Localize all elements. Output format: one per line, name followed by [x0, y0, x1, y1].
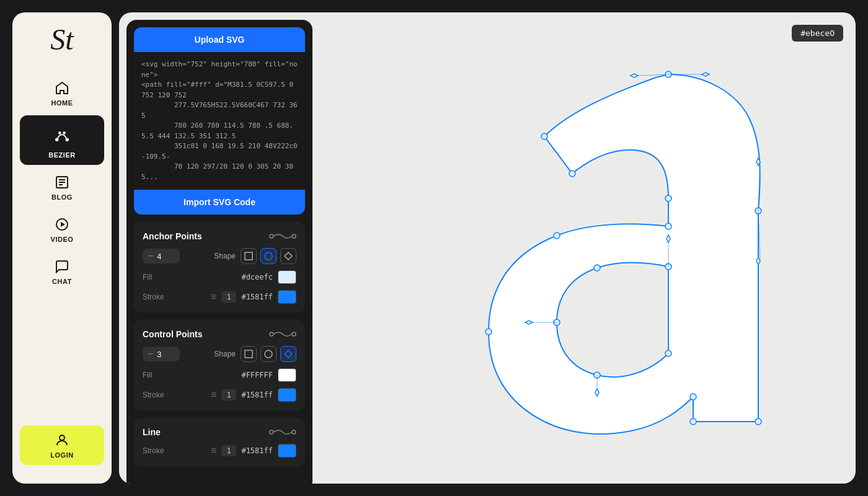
control-curve-icon: [269, 329, 296, 340]
anchor-fill-row: Fill #dceefc: [143, 270, 296, 284]
home-icon: [53, 79, 71, 97]
main-content: Upload SVG <svg width="752" height="780"…: [119, 12, 856, 484]
anchor-count: 4: [157, 252, 161, 261]
svg-point-19: [265, 350, 272, 358]
ctrl-pt-diamond-2: [631, 74, 638, 78]
nav-items: HOME BEZIER: [12, 73, 112, 425]
sidebar-item-chat-label: CHAT: [52, 278, 72, 285]
anchor-fill-hex: #dceefc: [241, 273, 273, 281]
anchor-fill-swatch[interactable]: [278, 270, 296, 284]
control-fill-swatch[interactable]: [278, 368, 296, 382]
svg-import-box: Upload SVG <svg width="752" height="780"…: [134, 27, 305, 215]
control-count: 3: [157, 350, 161, 359]
anchor-stroke-num: 1: [221, 291, 236, 303]
control-stroke-value: ≡ 1 #1581ff: [174, 388, 296, 402]
control-points-header: Control Points: [143, 329, 296, 340]
control-fill-row: Fill #FFFFFF: [143, 368, 296, 382]
anchor-pt-6: [485, 329, 492, 335]
line-stroke-swatch[interactable]: [278, 444, 296, 458]
anchor-pt-11: [541, 133, 547, 140]
control-shape-label: Shape: [214, 350, 236, 358]
sidebar-item-blog-label: BLOG: [51, 193, 73, 201]
ctrl-shape-diamond-btn[interactable]: [280, 346, 296, 362]
sidebar-item-video[interactable]: VIDEO: [20, 210, 104, 249]
svg-marker-20: [285, 350, 292, 358]
svg-point-14: [265, 252, 272, 260]
sidebar-item-home-label: HOME: [51, 99, 73, 107]
ctrl-shape-square-btn[interactable]: [241, 346, 257, 362]
sidebar-item-bezier[interactable]: BEZIER: [20, 115, 104, 165]
line-stroke-value: ≡ 1 #1581ff: [174, 444, 296, 458]
upload-svg-button[interactable]: Upload SVG: [134, 27, 305, 52]
svg-code-display: <svg width="752" height="780" fill="none…: [134, 52, 305, 190]
svg-point-0: [56, 139, 58, 141]
stroke-lines-icon: ≡: [211, 291, 216, 303]
left-panel: Upload SVG <svg width="752" height="780"…: [126, 20, 312, 484]
anchor-shape-label: Shape: [214, 252, 236, 260]
anchor-pt-8: [665, 223, 671, 229]
anchor-pt-16: [665, 350, 671, 356]
import-svg-button[interactable]: Import SVG Code: [134, 190, 305, 215]
user-icon: [53, 432, 71, 449]
anchor-shape-options: [241, 248, 296, 264]
svg-point-12: [292, 234, 296, 238]
shape-square-btn[interactable]: [241, 248, 257, 264]
svg-point-21: [270, 430, 273, 434]
line-header: Line: [143, 427, 296, 438]
ctrl-shape-circle-btn[interactable]: [260, 346, 277, 362]
control-stroke-label: Stroke: [143, 391, 174, 399]
ctrl-pt-diamond-1: [702, 73, 709, 76]
anchor-pt-10: [569, 170, 575, 177]
video-icon: [53, 216, 71, 233]
control-stroke-swatch[interactable]: [278, 388, 296, 402]
anchor-stroke-row: Stroke ≡ 1 #1581ff: [143, 290, 296, 304]
control-stroke-hex: #1581ff: [241, 391, 273, 399]
control-fill-label: Fill: [143, 371, 174, 379]
anchor-minus-btn[interactable]: −: [148, 251, 153, 261]
login-label: LOGIN: [50, 451, 74, 459]
svg-marker-15: [285, 252, 292, 260]
anchor-icon-group: [269, 231, 296, 242]
sidebar-item-home[interactable]: HOME: [20, 73, 104, 113]
line-stroke-row: Stroke ≡ 1 #1581ff: [143, 444, 296, 458]
control-minus-btn[interactable]: −: [148, 349, 153, 359]
control-points-title: Control Points: [143, 329, 202, 339]
svg-point-22: [292, 430, 296, 434]
anchor-stroke-value: ≡ 1 #1581ff: [174, 290, 296, 304]
line-title: Line: [143, 427, 161, 437]
bezier-canvas[interactable]: [402, 37, 774, 459]
shape-circle-btn[interactable]: [260, 248, 277, 264]
line-curve-icon: [269, 427, 296, 438]
anchor-count-row: − 4 Shape: [143, 248, 296, 264]
anchor-points-title: Anchor Points: [143, 231, 202, 241]
anchor-pt-9: [665, 195, 671, 202]
anchor-count-box: − 4: [143, 249, 180, 264]
svg-point-11: [270, 234, 273, 238]
line-stroke-label: Stroke: [143, 446, 174, 455]
color-indicator: #ebeceO: [792, 25, 843, 42]
svg-point-10: [60, 435, 64, 440]
shape-diamond-btn[interactable]: [280, 248, 296, 264]
anchor-fill-label: Fill: [143, 273, 174, 281]
line-icon-group: [269, 427, 296, 438]
svg-marker-9: [61, 222, 65, 227]
control-points-panel: Control Points − 3 Shape: [134, 320, 305, 410]
anchor-pt-5: [690, 394, 696, 400]
sidebar-item-video-label: VIDEO: [51, 236, 74, 243]
anchor-stroke-label: Stroke: [143, 293, 174, 301]
svg-point-17: [292, 332, 296, 336]
anchor-stroke-swatch[interactable]: [278, 290, 296, 304]
line-stroke-num: 1: [221, 445, 236, 456]
anchor-curve-icon: [269, 231, 296, 242]
sidebar-item-chat[interactable]: CHAT: [20, 252, 104, 291]
sidebar-item-blog[interactable]: BLOG: [20, 167, 104, 207]
line-panel: Line Stroke ≡ 1 #1581ff: [134, 418, 305, 466]
control-count-row: − 3 Shape: [143, 346, 296, 362]
svg-rect-13: [245, 252, 252, 260]
sidebar: St HOME: [12, 12, 112, 484]
login-button[interactable]: LOGIN: [20, 425, 104, 465]
control-stroke-row: Stroke ≡ 1 #1581ff: [143, 388, 296, 402]
svg-point-16: [270, 332, 273, 336]
sidebar-item-bezier-label: BEZIER: [48, 151, 76, 159]
anchor-pt-3: [755, 418, 761, 425]
